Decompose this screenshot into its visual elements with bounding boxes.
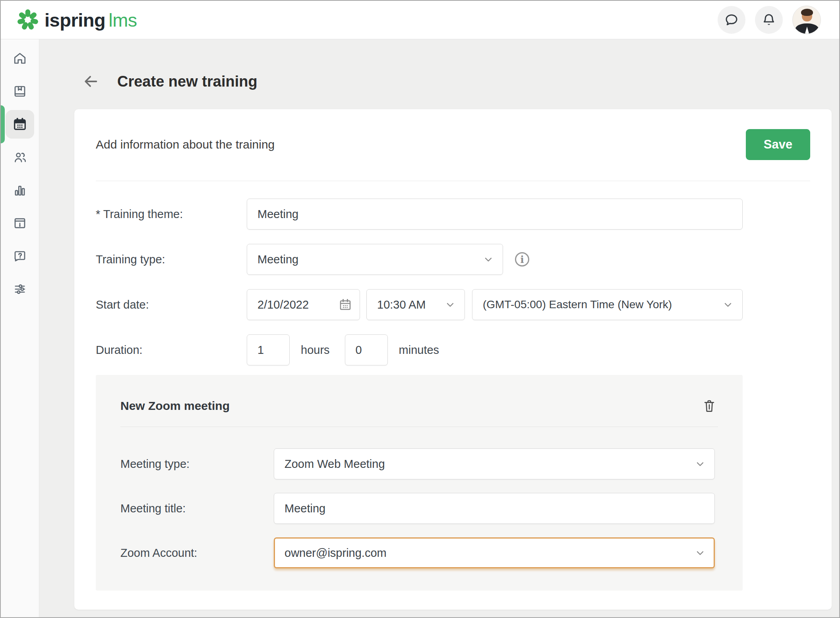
sidebar-item-home[interactable]: [6, 44, 34, 73]
training-theme-label: * Training theme:: [96, 208, 247, 221]
date-picker[interactable]: [247, 289, 360, 320]
chat-icon: [724, 12, 739, 27]
training-theme-input[interactable]: [247, 199, 743, 230]
training-type-row: Training type: Meeting i: [96, 244, 743, 275]
meeting-type-value: Zoom Web Meeting: [285, 458, 385, 471]
avatar-hair: [801, 9, 813, 16]
minutes-unit-label: minutes: [399, 344, 439, 357]
zoom-account-row: Zoom Account: owner@ispring.com: [120, 537, 718, 568]
training-form: * Training theme: Training type: Meeting…: [96, 199, 743, 591]
sidebar-item-reports[interactable]: [6, 176, 34, 205]
help-bubble-icon: [13, 249, 27, 263]
form-section-title: Add information about the training: [96, 138, 275, 151]
home-icon: [13, 51, 27, 66]
meeting-type-select[interactable]: Zoom Web Meeting: [274, 448, 715, 479]
sidebar-item-courses[interactable]: [6, 77, 34, 106]
top-header: ispringlms: [1, 1, 839, 39]
training-type-value: Meeting: [257, 253, 298, 266]
sidebar-item-info[interactable]: [6, 209, 34, 238]
training-form-card: Add information about the training Save …: [74, 109, 832, 610]
user-avatar[interactable]: [792, 6, 821, 34]
sidebar-active-indicator: [1, 105, 5, 143]
meeting-title-label: Meeting title:: [120, 502, 274, 515]
app-window: ispringlms: [0, 0, 840, 618]
chevron-down-icon: [695, 458, 706, 469]
card-top-row: Add information about the training Save: [96, 109, 810, 160]
back-button[interactable]: [81, 72, 101, 91]
meeting-title-row: Meeting title:: [120, 493, 718, 524]
trash-icon: [701, 398, 717, 414]
bar-chart-icon: [13, 183, 27, 197]
chevron-down-icon: [483, 254, 494, 265]
zoom-account-label: Zoom Account:: [120, 547, 274, 560]
timezone-value: (GMT-05:00) Eastern Time (New York): [483, 298, 672, 311]
bell-icon: [761, 12, 776, 27]
chevron-down-icon: [722, 299, 734, 310]
flower-logo-icon: [17, 9, 39, 31]
settings-sliders-icon: [13, 282, 27, 296]
info-window-icon: [13, 216, 27, 230]
zoom-section-header: New Zoom meeting: [120, 397, 718, 415]
start-date-label: Start date:: [96, 298, 247, 311]
notifications-button[interactable]: [755, 6, 783, 34]
sidebar: [1, 39, 39, 617]
time-value: 10:30 AM: [377, 298, 426, 311]
date-input[interactable]: [257, 298, 325, 311]
main-content: Create new training Add information abou…: [39, 39, 839, 617]
page-header: Create new training: [74, 70, 830, 93]
duration-label: Duration:: [96, 344, 247, 357]
hours-unit-label: hours: [301, 344, 330, 357]
calendar-small-icon: [338, 297, 352, 312]
divider: [120, 427, 718, 427]
training-type-label: Training type:: [96, 253, 247, 266]
delete-meeting-button[interactable]: [701, 397, 718, 415]
calendar-icon: [12, 117, 27, 132]
duration-hours-input[interactable]: [247, 334, 290, 365]
duration-row: Duration: hours minutes: [96, 334, 743, 365]
duration-minutes-input[interactable]: [345, 334, 388, 365]
logo-text: ispringlms: [45, 9, 137, 31]
divider: [96, 181, 810, 181]
book-icon: [13, 84, 27, 98]
meeting-title-input[interactable]: [274, 493, 715, 524]
back-arrow-icon: [82, 72, 100, 91]
meeting-type-row: Meeting type: Zoom Web Meeting: [120, 448, 718, 479]
timezone-select[interactable]: (GMT-05:00) Eastern Time (New York): [472, 289, 743, 320]
sidebar-item-settings[interactable]: [6, 275, 34, 303]
page-title: Create new training: [117, 73, 257, 90]
time-select[interactable]: 10:30 AM: [366, 289, 465, 320]
chevron-down-icon: [445, 299, 456, 310]
chat-button[interactable]: [718, 6, 745, 34]
zoom-account-select[interactable]: owner@ispring.com: [274, 537, 715, 568]
logo-product: lms: [108, 10, 137, 31]
sidebar-item-calendar[interactable]: [6, 110, 34, 139]
zoom-account-value: owner@ispring.com: [285, 547, 387, 560]
people-icon: [13, 150, 27, 164]
info-circle-icon[interactable]: i: [515, 252, 529, 267]
zoom-section-title: New Zoom meeting: [120, 399, 230, 413]
chevron-down-icon: [695, 547, 706, 558]
sidebar-item-people[interactable]: [6, 143, 34, 172]
app-logo: ispringlms: [17, 9, 137, 31]
meeting-type-label: Meeting type:: [120, 458, 274, 471]
training-theme-row: * Training theme:: [96, 199, 743, 230]
logo-brand: ispring: [45, 10, 105, 31]
start-date-row: Start date:: [96, 289, 743, 320]
header-actions: [718, 6, 821, 34]
save-button[interactable]: Save: [746, 129, 810, 160]
sidebar-item-help[interactable]: [6, 242, 34, 270]
training-type-select[interactable]: Meeting: [247, 244, 503, 275]
zoom-meeting-section: New Zoom meeting: [96, 375, 743, 591]
